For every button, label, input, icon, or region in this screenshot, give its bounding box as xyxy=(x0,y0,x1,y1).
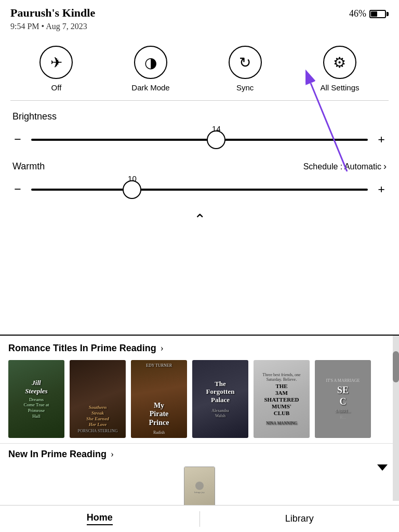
list-item[interactable]: IT'S A MARRIAGE SEC SABRI... R... xyxy=(315,360,371,438)
warmth-slider-thumb[interactable] xyxy=(123,180,141,199)
svg-point-3 xyxy=(195,482,204,490)
svg-marker-2 xyxy=(377,464,388,471)
chevron-right-icon: › xyxy=(383,161,387,172)
brightness-slider-container: − 14 + xyxy=(12,132,387,147)
current-book-thumbnail[interactable]: brings joy xyxy=(184,467,215,508)
brightness-decrease-button[interactable]: − xyxy=(12,132,23,147)
gear-icon: ⚙ xyxy=(323,46,356,79)
sync-icon: ↻ xyxy=(229,46,262,79)
sync-label: Sync xyxy=(236,83,254,92)
brightness-section: Brightness − 14 + xyxy=(0,101,399,156)
warmth-decrease-button[interactable]: − xyxy=(12,182,23,196)
brightness-slider-thumb[interactable] xyxy=(207,130,225,149)
romance-title-row: Romance Titles In Prime Reading › xyxy=(8,343,391,354)
list-item[interactable]: JillSteeples DreamsCome True atPrimroseH… xyxy=(8,360,64,438)
home-nav-button[interactable]: Home xyxy=(0,506,200,532)
collapse-area[interactable]: ⌃ xyxy=(0,206,399,236)
warmth-label: Warmth xyxy=(12,161,45,172)
dark-mode-label: Dark Mode xyxy=(131,83,169,92)
all-settings-label: All Settings xyxy=(320,83,359,92)
warmth-header: Warmth Schedule : Automatic › xyxy=(12,161,387,172)
list-item[interactable]: SouthernStreakShe EarnedHer Love PORSCHA… xyxy=(70,360,126,438)
scrollbar-thumb[interactable] xyxy=(393,351,399,382)
battery-area: 46% xyxy=(349,6,389,19)
new-prime-title: New In Prime Reading xyxy=(8,449,107,460)
sync-button[interactable]: ↻ Sync xyxy=(229,46,262,92)
romance-section-arrow-icon[interactable]: › xyxy=(161,343,164,354)
warmth-slider-container: − 10 + xyxy=(12,182,387,196)
airplane-icon: ✈ xyxy=(39,46,73,79)
new-prime-section: New In Prime Reading › xyxy=(0,443,399,463)
brightness-increase-button[interactable]: + xyxy=(376,132,387,147)
warmth-schedule-button[interactable]: Schedule : Automatic › xyxy=(303,161,387,172)
warmth-increase-button[interactable]: + xyxy=(376,182,387,196)
romance-section: Romance Titles In Prime Reading › JillSt… xyxy=(0,336,399,443)
list-item[interactable]: Three best friends, one Saturday. Believ… xyxy=(254,360,310,438)
battery-percentage: 46% xyxy=(349,8,366,19)
brightness-label: Brightness xyxy=(12,111,387,122)
dark-mode-button[interactable]: ◑ Dark Mode xyxy=(131,46,169,92)
warmth-slider-track[interactable]: 10 xyxy=(31,189,368,191)
library-nav-label: Library xyxy=(285,513,314,524)
all-settings-button[interactable]: ⚙ All Settings xyxy=(320,46,359,92)
dark-mode-icon: ◑ xyxy=(134,46,167,79)
new-prime-arrow-icon[interactable]: › xyxy=(111,449,114,460)
airplane-label: Off xyxy=(51,83,62,92)
status-bar: Paurush's Kindle 9:54 PM • Aug 7, 2023 4… xyxy=(0,0,399,35)
books-row: JillSteeples DreamsCome True atPrimroseH… xyxy=(8,360,391,438)
quick-settings-panel: ✈ Off ◑ Dark Mode ↻ Sync ⚙ All Settings xyxy=(0,35,399,101)
time-date: 9:54 PM • Aug 7, 2023 xyxy=(10,22,95,31)
list-item[interactable]: EDY TURNER MyPiratePrince Radish xyxy=(131,360,187,438)
home-nav-label: Home xyxy=(87,512,113,525)
book-thumb-image: brings joy xyxy=(192,480,207,495)
scroll-down-icon[interactable] xyxy=(376,460,389,475)
airplane-mode-button[interactable]: ✈ Off xyxy=(39,46,73,92)
romance-section-title: Romance Titles In Prime Reading xyxy=(8,343,156,354)
warmth-schedule-label: Schedule : Automatic xyxy=(303,162,381,171)
quick-buttons-row: ✈ Off ◑ Dark Mode ↻ Sync ⚙ All Settings xyxy=(10,41,389,100)
battery-icon xyxy=(369,10,389,18)
svg-text:brings joy: brings joy xyxy=(194,491,205,494)
bottom-panel: Romance Titles In Prime Reading › JillSt… xyxy=(0,335,399,532)
library-nav-button[interactable]: Library xyxy=(200,506,400,532)
warmth-section: Warmth Schedule : Automatic › − 10 + xyxy=(0,156,399,206)
device-name: Paurush's Kindle xyxy=(10,6,95,20)
brightness-slider-track[interactable]: 14 xyxy=(31,139,368,141)
collapse-icon: ⌃ xyxy=(194,211,206,228)
list-item[interactable]: TheForgottenPalace AlexandraWalsh xyxy=(192,360,248,438)
bottom-nav: Home Library xyxy=(0,505,399,532)
scrollbar[interactable] xyxy=(393,336,399,501)
